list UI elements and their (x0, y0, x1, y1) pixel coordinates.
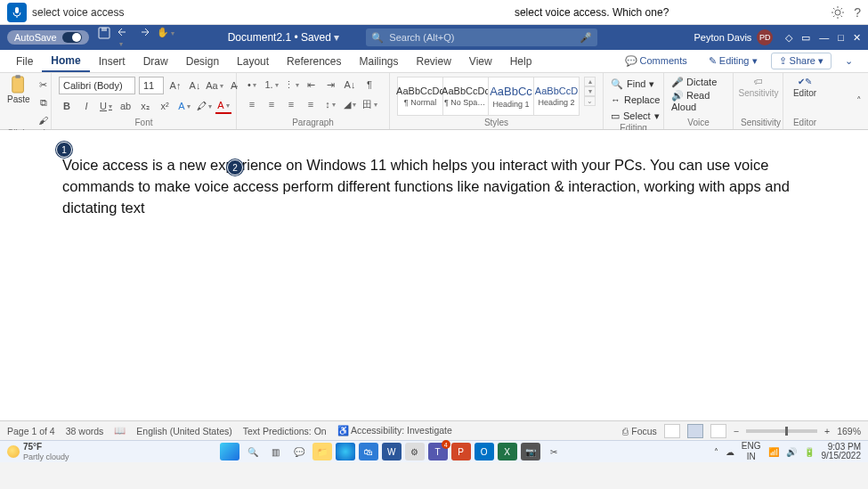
style-nospacing[interactable]: AaBbCcDc¶ No Spac... (442, 77, 489, 116)
replace-button[interactable]: ↔Replace (611, 93, 660, 107)
view-web-icon[interactable] (710, 424, 726, 438)
superscript-button[interactable]: x² (157, 98, 173, 114)
find-button[interactable]: 🔍Find ▾ (611, 77, 660, 91)
document-body-text[interactable]: Voice access is a new experience on Wind… (62, 155, 806, 219)
view-print-icon[interactable] (687, 424, 703, 438)
grow-font-icon[interactable]: A↑ (167, 77, 183, 94)
style-heading1[interactable]: AaBbCcHeading 1 (488, 77, 534, 116)
align-right-icon[interactable]: ≡ (283, 96, 299, 112)
tab-draw[interactable]: Draw (134, 52, 177, 71)
justify-icon[interactable]: ≡ (303, 96, 319, 112)
tab-review[interactable]: Review (408, 52, 460, 71)
comments-button[interactable]: 💬 Comments (617, 53, 695, 69)
bullets-icon[interactable]: • (244, 77, 260, 93)
start-icon[interactable] (220, 443, 239, 460)
taskview-icon[interactable]: ▥ (266, 443, 286, 460)
select-button[interactable]: ▭Select ▾ (611, 109, 660, 123)
zoom-out-icon[interactable]: − (734, 426, 739, 436)
read-aloud-button[interactable]: 🔊 Read Aloud (671, 90, 726, 112)
maximize-icon[interactable]: □ (838, 32, 844, 44)
bold-button[interactable]: B (59, 98, 75, 114)
outlook-icon[interactable]: O (475, 443, 494, 460)
search-input[interactable]: 🔍 Search (Alt+Q) 🎤 (366, 29, 597, 46)
battery-icon[interactable]: 🔋 (804, 447, 815, 457)
zoom-in-icon[interactable]: + (824, 426, 830, 436)
cut-icon[interactable]: ✂ (36, 77, 52, 93)
inc-indent-icon[interactable]: ⇥ (322, 77, 338, 93)
settings-icon[interactable] (831, 5, 845, 20)
document-canvas[interactable]: 1 2 Voice access is a new experience on … (0, 130, 868, 420)
autosave-toggle[interactable]: AutoSave (7, 30, 89, 45)
language-indicator[interactable]: ENG IN (742, 442, 761, 461)
tab-mailings[interactable]: Mailings (350, 52, 407, 71)
teams-icon[interactable]: T4 (428, 443, 448, 460)
clock[interactable]: 9:03 PM 9/15/2022 (822, 443, 862, 460)
help-icon[interactable]: ? (854, 5, 861, 20)
shrink-font-icon[interactable]: A↓ (187, 77, 203, 94)
powerpoint-icon[interactable]: P (451, 443, 471, 460)
editing-mode-button[interactable]: ✎ Editing ▾ (701, 53, 766, 69)
share-button[interactable]: ⇪ Share ▾ (771, 53, 831, 69)
settings-taskbar-icon[interactable]: ⚙ (405, 443, 425, 460)
line-spacing-icon[interactable]: ↕ (322, 96, 338, 112)
zoom-level[interactable]: 169% (837, 426, 861, 436)
touch-icon[interactable]: ✋ (157, 27, 174, 48)
status-accessibility[interactable]: ♿ Accessibility: Investigate (337, 425, 452, 436)
align-center-icon[interactable]: ≡ (264, 96, 280, 112)
underline-button[interactable]: U (98, 98, 114, 114)
sort-icon[interactable]: A↓ (342, 77, 358, 93)
snip-icon[interactable]: ✂ (544, 443, 564, 460)
minimize-icon[interactable]: — (819, 32, 829, 44)
tab-layout[interactable]: Layout (228, 52, 278, 71)
text-effects-icon[interactable]: A (176, 98, 192, 114)
weather-widget[interactable]: 75°F Partly cloudy (7, 443, 69, 461)
tab-references[interactable]: References (278, 52, 350, 71)
dec-indent-icon[interactable]: ⇤ (303, 77, 319, 93)
edge-icon[interactable] (336, 443, 355, 460)
tab-insert[interactable]: Insert (90, 52, 134, 71)
shading-icon[interactable]: ◢ (342, 96, 358, 112)
zoom-slider[interactable] (746, 429, 817, 433)
user-account[interactable]: Peyton Davis PD (694, 29, 774, 45)
format-painter-icon[interactable]: 🖌 (36, 112, 52, 128)
dictate-button[interactable]: 🎤 Dictate (671, 77, 726, 88)
copy-icon[interactable]: ⧉ (36, 94, 52, 110)
undo-icon[interactable] (118, 27, 130, 48)
voice-hint-badge-2[interactable]: 2 (227, 159, 243, 175)
excel-icon[interactable]: X (498, 443, 517, 460)
font-size-select[interactable]: 11 (139, 77, 164, 94)
spellcheck-icon[interactable]: 📖 (114, 425, 126, 436)
strike-button[interactable]: ab (118, 98, 134, 114)
font-name-select[interactable]: Calibri (Body) (59, 77, 135, 94)
paste-button[interactable]: Paste (7, 77, 30, 104)
style-normal[interactable]: AaBbCcDc¶ Normal (397, 77, 443, 116)
multilevel-icon[interactable]: ⋮ (283, 77, 299, 93)
align-left-icon[interactable]: ≡ (244, 96, 260, 112)
mic-icon[interactable] (7, 3, 27, 22)
borders-icon[interactable]: 田 (361, 96, 377, 112)
subscript-button[interactable]: x₂ (137, 98, 153, 114)
highlight-icon[interactable]: 🖍 (196, 98, 212, 114)
close-icon[interactable]: ✕ (853, 32, 861, 44)
search-taskbar-icon[interactable]: 🔍 (243, 443, 263, 460)
wifi-icon[interactable]: 📶 (768, 447, 779, 457)
status-predictions[interactable]: Text Predictions: On (243, 426, 327, 436)
ribbon-mode-icon[interactable]: ▭ (801, 32, 810, 44)
show-marks-icon[interactable]: ¶ (361, 77, 377, 93)
change-case-icon[interactable]: Aa (207, 77, 223, 94)
word-icon[interactable]: W (382, 443, 402, 460)
editor-button[interactable]: ✔✎ Editor (791, 77, 819, 98)
tab-view[interactable]: View (460, 52, 501, 71)
camera-icon[interactable]: 📷 (521, 443, 540, 460)
italic-button[interactable]: I (78, 98, 94, 114)
volume-icon[interactable]: 🔊 (786, 447, 797, 457)
status-words[interactable]: 38 words (66, 426, 104, 436)
voice-hint-badge-1[interactable]: 1 (56, 142, 72, 158)
save-icon[interactable] (98, 27, 110, 48)
focus-mode[interactable]: ⎙ Focus (622, 426, 657, 436)
status-page[interactable]: Page 1 of 4 (7, 426, 55, 436)
explorer-icon[interactable]: 📁 (312, 443, 332, 460)
gallery-scroll[interactable]: ▴▾⌄ (584, 77, 596, 106)
collapse-ribbon-icon[interactable]: ˄ (850, 73, 868, 129)
search-mic-icon[interactable]: 🎤 (580, 32, 592, 44)
